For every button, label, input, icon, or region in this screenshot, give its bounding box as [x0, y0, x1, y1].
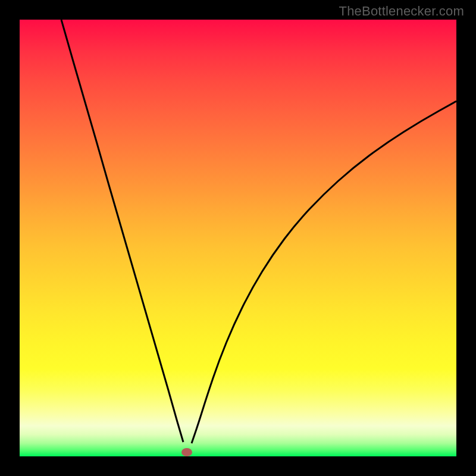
plot-area: [20, 20, 456, 456]
bottleneck-curve: [20, 20, 456, 456]
chart-frame: TheBottlenecker.com: [0, 0, 476, 476]
source-credit: TheBottlenecker.com: [339, 4, 464, 19]
curve-right-branch: [192, 101, 456, 443]
curve-left-branch: [61, 20, 183, 442]
optimum-marker: [181, 448, 192, 456]
